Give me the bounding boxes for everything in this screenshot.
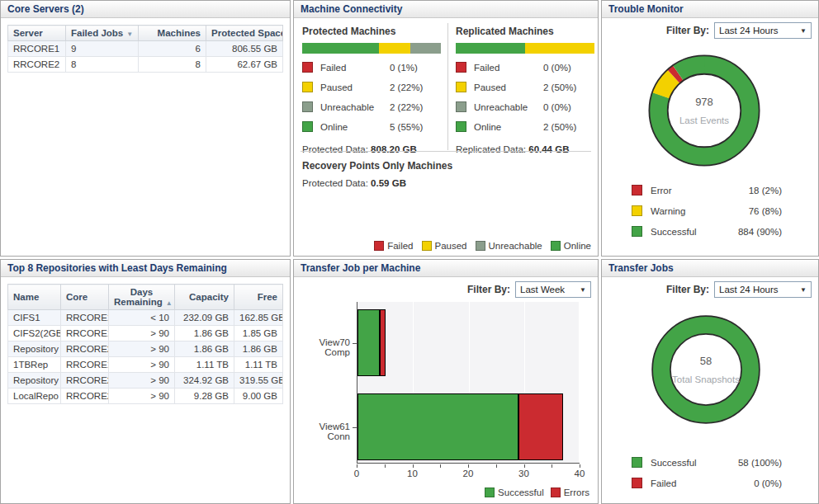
- x-axis-tick-label: 10: [407, 469, 418, 478]
- server-name-link[interactable]: RRCORE1: [8, 41, 66, 57]
- errors-swatch-icon: [551, 488, 561, 497]
- table-row: Repository 3 RRCORE2 > 90 1.86 GB 1.86 G…: [8, 341, 283, 357]
- unreachable-swatch-icon: [302, 101, 313, 112]
- transfer-jobs-legend: Successful 58 (100%) Failed 0 (0%): [632, 452, 782, 493]
- replicated-data-value: 60.44 GB: [528, 144, 569, 154]
- failed-swatch-icon: [632, 478, 642, 488]
- panel-title-transfer-job-per-machine: Transfer Job per Machine: [294, 260, 598, 277]
- filter-select[interactable]: Last 24 Hours▼: [714, 22, 812, 39]
- transfer-jobs-donut-chart: 58 Total Snapshots: [645, 309, 767, 431]
- filter-selected-value: Last 24 Hours: [719, 285, 779, 294]
- repo-core-link[interactable]: RRCORE2: [61, 389, 109, 404]
- repo-name-link[interactable]: Repository 3: [8, 341, 61, 357]
- core-servers-table: Server Failed Jobs▼ Machines Protected S…: [7, 25, 283, 73]
- table-row: CIFS1 RRCORE1 < 10 232.09 GB 162.85 GB: [8, 310, 283, 326]
- legend-label: Successful: [651, 227, 697, 237]
- filter-row: Filter By: Last 24 Hours▼: [666, 281, 812, 298]
- x-axis-tick: [552, 464, 552, 468]
- x-axis: 010203040: [357, 464, 580, 483]
- legend-row: Error 18 (2%): [632, 180, 782, 200]
- x-axis-tick: [413, 464, 414, 468]
- legend-row: Online 5 (55%): [302, 119, 441, 139]
- filter-by-label: Filter By:: [467, 284, 510, 295]
- legend-label: Successful: [651, 458, 697, 468]
- server-name-link[interactable]: RRCORE2: [8, 57, 66, 73]
- repo-name-link[interactable]: LocalRepo: [8, 389, 61, 404]
- col-header-server[interactable]: Server: [8, 26, 66, 41]
- legend-item: Paused: [422, 241, 467, 251]
- col-header-machines[interactable]: Machines: [139, 26, 206, 41]
- table-row: RRCORE2 8 8 62.67 GB: [8, 57, 283, 73]
- chevron-down-icon: ▼: [580, 286, 586, 294]
- successful-swatch-icon: [632, 226, 642, 237]
- repo-name-link[interactable]: CIFS1: [8, 310, 61, 326]
- legend-value: 2 (22%): [390, 82, 423, 92]
- col-header-protected-space[interactable]: Protected Space: [206, 26, 283, 41]
- free-value: 9.00 GB: [234, 389, 283, 404]
- snapshots-count: 58: [700, 355, 712, 367]
- paused-swatch-icon: [302, 82, 313, 92]
- col-header-failed-jobs[interactable]: Failed Jobs▼: [66, 26, 139, 41]
- legend-item: Online: [551, 241, 591, 251]
- days-remaining-value: > 90: [109, 373, 175, 389]
- panel-machine-connectivity: Machine Connectivity Protected Machines …: [293, 0, 599, 257]
- x-axis-tick: [357, 464, 357, 468]
- legend-value: 5 (55%): [390, 122, 423, 132]
- recovery-data-total: Protected Data: 0.59 GB: [302, 178, 452, 188]
- legend-value: 0 (0%): [543, 102, 571, 112]
- online-swatch-icon: [551, 241, 561, 251]
- y-axis-label: View61 Conn: [296, 422, 350, 441]
- sort-asc-icon: ▲: [166, 299, 173, 307]
- replicated-machines-stacked-bar: [456, 43, 594, 54]
- filter-select[interactable]: Last Week▼: [515, 281, 591, 298]
- repo-core-link[interactable]: RRCORE1: [61, 310, 109, 326]
- repo-name-link[interactable]: CIFS2(2GB): [8, 326, 61, 341]
- unreachable-swatch-icon: [476, 241, 485, 251]
- legend-value: 0 (0%): [754, 478, 782, 488]
- trouble-donut-chart: 978 Last Events: [641, 48, 767, 173]
- table-row: RRCORE1 9 6 806.55 GB: [8, 41, 283, 57]
- sort-desc-icon: ▼: [126, 31, 133, 38]
- x-axis-tick-label: 30: [518, 469, 529, 478]
- paused-swatch-icon: [422, 241, 432, 251]
- legend-label: Online: [564, 241, 591, 251]
- col-header-core[interactable]: Core: [61, 285, 109, 310]
- legend-value: 18 (2%): [749, 186, 782, 195]
- col-header-capacity[interactable]: Capacity: [175, 285, 234, 310]
- x-axis-tick: [580, 464, 580, 468]
- col-header-name[interactable]: Name: [8, 285, 61, 310]
- free-value: 1.11 TB: [234, 357, 283, 373]
- legend-label: Warning: [651, 206, 685, 216]
- failed-swatch-icon: [302, 62, 313, 73]
- repo-core-link[interactable]: RRCORE2: [61, 341, 109, 357]
- capacity-value: 1.86 GB: [175, 326, 234, 341]
- legend-value: 884 (90%): [738, 227, 782, 237]
- legend-row: Online 2 (50%): [456, 119, 594, 139]
- failed-jobs-value: 8: [66, 57, 139, 73]
- col-header-days-remaining[interactable]: Days Remaining▲: [109, 285, 175, 310]
- legend-row: Warning 76 (8%): [632, 200, 782, 221]
- repo-core-link[interactable]: RRCORE1: [61, 357, 109, 373]
- days-remaining-value: > 90: [109, 389, 175, 404]
- repo-core-link[interactable]: RRCORE1: [61, 326, 109, 341]
- panel-transfer-job-per-machine: Transfer Job per Machine Filter By: Last…: [293, 259, 599, 504]
- repo-name-link[interactable]: 1TBRep: [8, 357, 61, 373]
- machines-value: 6: [139, 41, 206, 57]
- protected-machines-stacked-bar: [302, 43, 441, 54]
- recovery-data-value: 0.59 GB: [371, 178, 406, 188]
- x-axis-tick-label: 40: [575, 469, 585, 478]
- col-header-free[interactable]: Free: [234, 285, 283, 310]
- snapshots-label: Total Snapshots: [672, 374, 740, 384]
- recovery-data-label: Protected Data:: [302, 178, 368, 188]
- online-swatch-icon: [456, 121, 466, 132]
- free-value: 162.85 GB: [234, 310, 283, 326]
- legend-label: Unreachable: [320, 102, 374, 112]
- repo-core-link[interactable]: RRCORE2: [61, 373, 109, 389]
- legend-label: Failed: [651, 478, 676, 488]
- filter-by-label: Filter By:: [666, 25, 709, 36]
- panel-transfer-jobs: Transfer Jobs Filter By: Last 24 Hours▼ …: [601, 259, 819, 504]
- filter-select[interactable]: Last 24 Hours▼: [714, 281, 812, 298]
- legend-row: Successful 884 (90%): [632, 221, 782, 242]
- repo-name-link[interactable]: Repository 1: [8, 373, 61, 389]
- days-remaining-value: > 90: [109, 357, 175, 373]
